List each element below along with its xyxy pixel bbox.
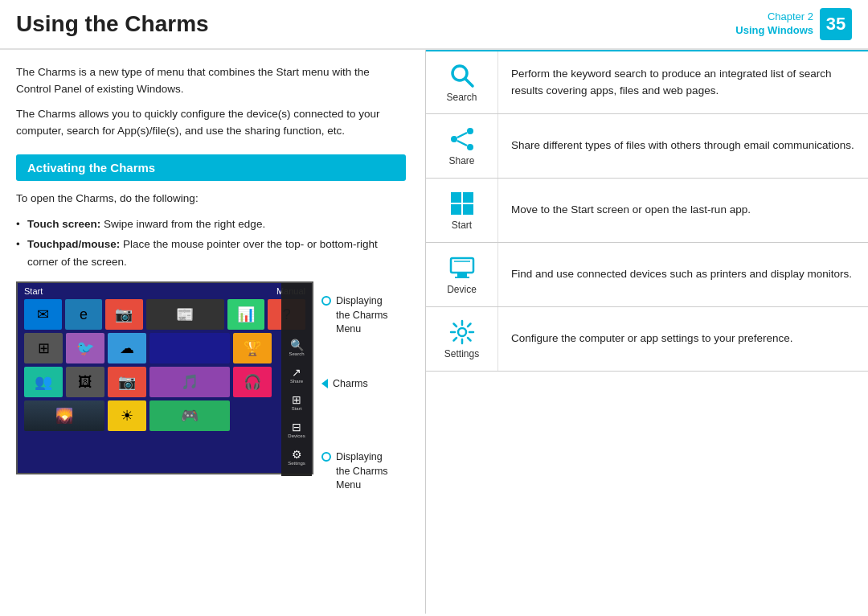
- callout-arrow-mid: [321, 379, 328, 388]
- svg-line-20: [453, 323, 457, 326]
- tile-wide: 📰: [146, 299, 224, 330]
- svg-point-3: [467, 128, 473, 134]
- tile-row-4: 🌄 ☀ 🎮: [18, 400, 312, 431]
- charm-row-start: Start Move to the Start screen or open t…: [426, 179, 868, 243]
- svg-rect-7: [451, 192, 461, 203]
- charm-desc-device: Find and use connected devices such as p…: [498, 243, 868, 306]
- charm-desc-share: Share different types of files with othe…: [498, 114, 868, 178]
- charm-row-settings: Settings Configure the computer or app s…: [426, 307, 868, 372]
- svg-rect-13: [455, 277, 469, 278]
- tile-3a: 👥: [24, 367, 63, 397]
- tile-3wide: 🎵: [149, 367, 230, 397]
- chapter-badge: Chapter 2 Using Windows 35: [735, 8, 852, 40]
- charm-icon-settings: Settings: [426, 307, 498, 371]
- svg-point-2: [451, 136, 457, 142]
- tile-red: 📷: [105, 299, 143, 330]
- svg-line-23: [453, 338, 457, 341]
- screenshot-area: Start Manual ✉ e 📷 📰 📊 ? ⊞ 🐦 ☁: [16, 281, 406, 474]
- callout-text-bot: Displayingthe CharmsMenu: [336, 450, 388, 493]
- tile-4wide2: 🎮: [149, 400, 230, 431]
- tile-4b: ☀: [108, 400, 146, 431]
- section-title: Activating the Charms: [16, 154, 406, 181]
- tile-chart: 📊: [227, 299, 265, 330]
- page-header: Using the Charms Chapter 2 Using Windows…: [0, 0, 868, 50]
- svg-line-22: [468, 323, 471, 326]
- chapter-label: Chapter 2: [735, 10, 813, 24]
- bullet-text-1: Swipe inward from the right edge.: [100, 218, 265, 230]
- main-content: The Charms is a new type of menu that co…: [0, 50, 868, 614]
- callout-mid: Charms: [321, 378, 368, 389]
- tile-2a: ⊞: [24, 333, 63, 363]
- chapter-sublabel: Using Windows: [735, 24, 813, 38]
- charm-desc-settings: Configure the computer or app settings t…: [498, 307, 868, 371]
- charm-icon-share: Share: [426, 114, 498, 178]
- tile-ie: e: [65, 299, 103, 330]
- svg-point-4: [467, 144, 473, 150]
- charm-search-mini: 🔍 Search: [285, 336, 309, 359]
- section-body: To open the Charms, do the following:: [16, 191, 406, 207]
- list-item: Touchpad/mouse: Place the mouse pointer …: [16, 236, 406, 270]
- tile-row-3: 👥 🖼 📷 🎵 🎧: [18, 367, 312, 397]
- svg-point-15: [458, 328, 466, 336]
- start-icon: [449, 191, 475, 216]
- bullet-label-2: Touchpad/mouse:: [27, 238, 120, 250]
- tile-row-2: ⊞ 🐦 ☁ 🏆: [18, 333, 312, 363]
- charm-label-start: Start: [452, 220, 472, 231]
- bullet-label-1: Touch screen:: [27, 218, 100, 230]
- callout-text-mid: Charms: [333, 378, 368, 389]
- charm-icon-device: Device: [426, 243, 498, 306]
- chapter-number: 35: [820, 8, 852, 40]
- tile-row-1: ✉ e 📷 📰 📊 ?: [18, 299, 312, 330]
- svg-line-5: [457, 133, 467, 138]
- intro-paragraph-1: The Charms is a new type of menu that co…: [16, 64, 406, 98]
- right-column: Search Perform the keyword search to pro…: [426, 50, 868, 614]
- callout-top: Displayingthe CharmsMenu: [321, 294, 388, 337]
- tile-3c: 📷: [108, 367, 146, 397]
- charm-icon-start: Start: [426, 179, 498, 242]
- charm-settings-mini: ⚙ Settings: [285, 446, 309, 468]
- callout-text-top: Displayingthe CharmsMenu: [336, 294, 388, 337]
- share-icon: [449, 126, 475, 152]
- svg-rect-11: [451, 258, 473, 273]
- svg-line-1: [465, 79, 473, 86]
- intro-paragraph-2: The Charms allows you to quickly configu…: [16, 106, 406, 140]
- bullet-list: Touch screen: Swipe inward from the righ…: [16, 216, 406, 271]
- charm-row-share: Share Share different types of files wit…: [426, 114, 868, 179]
- tile-trophy: 🏆: [233, 333, 272, 363]
- charm-row-device: Device Find and use connected devices su…: [426, 243, 868, 307]
- callout-dot-bot: [321, 452, 331, 462]
- screenshot-titlebar: Start Manual: [18, 283, 312, 299]
- charm-row-search: Search Perform the keyword search to pro…: [426, 50, 868, 114]
- tile-3b: 🖼: [66, 367, 104, 397]
- screenshot-title: Start: [24, 286, 43, 296]
- svg-line-6: [457, 141, 467, 146]
- screenshot-box: Start Manual ✉ e 📷 📰 📊 ? ⊞ 🐦 ☁: [16, 281, 313, 474]
- device-icon: [449, 255, 475, 281]
- page-title: Using the Charms: [16, 11, 209, 37]
- charm-desc-search: Perform the keyword search to produce an…: [498, 51, 868, 113]
- search-icon: [449, 63, 475, 88]
- chapter-info: Chapter 2 Using Windows: [735, 10, 813, 38]
- tile-2c: ☁: [108, 333, 146, 363]
- svg-rect-12: [457, 273, 467, 277]
- charm-desc-start: Move to the Start screen or open the las…: [498, 179, 868, 242]
- charm-icon-search: Search: [426, 51, 498, 113]
- charm-device-mini: ⊟ Devices: [285, 418, 309, 441]
- list-item: Touch screen: Swipe inward from the righ…: [16, 216, 406, 233]
- charm-start-mini: ⊞ Start: [285, 391, 309, 413]
- tile-2wide: [149, 333, 230, 363]
- svg-rect-10: [463, 204, 473, 215]
- charm-share-mini: ↗ Share: [285, 363, 309, 386]
- tile-2b: 🐦: [66, 333, 104, 363]
- charm-label-device: Device: [447, 284, 477, 295]
- left-column: The Charms is a new type of menu that co…: [0, 50, 426, 614]
- charms-sidebar-screenshot: 🔍 Search ↗ Share ⊞ Start ⊟ Devices: [281, 283, 312, 476]
- callout-dot-top: [321, 296, 331, 306]
- charm-label-search: Search: [446, 92, 477, 103]
- settings-icon: [449, 319, 475, 345]
- svg-rect-9: [451, 204, 461, 215]
- charm-label-settings: Settings: [444, 348, 479, 359]
- tile-mail: ✉: [24, 299, 62, 330]
- svg-rect-8: [463, 192, 473, 203]
- tile-3e: 🎧: [233, 367, 272, 397]
